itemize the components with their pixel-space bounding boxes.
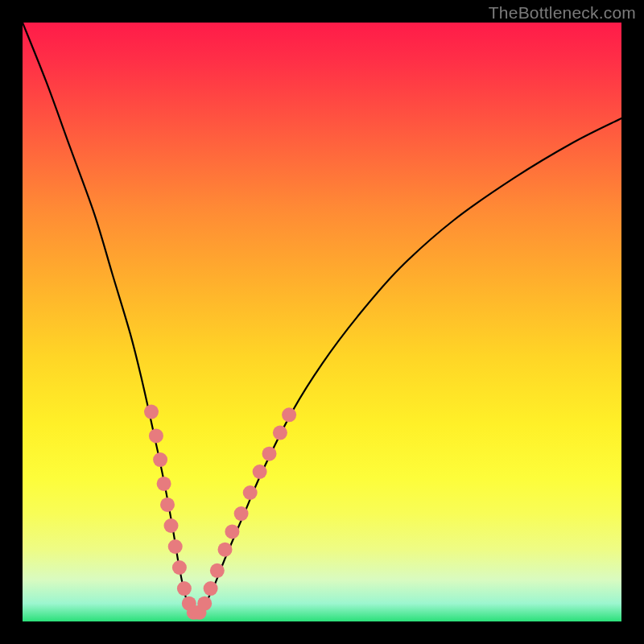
chart-marker [177, 581, 192, 596]
chart-marker [204, 581, 218, 596]
chart-marker [153, 452, 167, 467]
chart-marker [282, 407, 296, 422]
chart-marker [157, 477, 171, 491]
chart-marker [262, 447, 277, 461]
chart-marker [168, 539, 183, 554]
chart-marker [172, 560, 187, 575]
chart-marker [218, 543, 233, 557]
chart-plot-area [23, 23, 621, 621]
chart-marker [210, 564, 225, 578]
chart-marker [243, 485, 258, 500]
bottleneck-curve-path [23, 23, 621, 616]
chart-marker [225, 524, 239, 539]
chart-frame: TheBottleneck.com [0, 0, 644, 644]
chart-svg [23, 23, 621, 621]
chart-markers [144, 405, 296, 620]
chart-marker [149, 428, 163, 443]
chart-marker [144, 405, 159, 419]
watermark-text: TheBottleneck.com [489, 3, 636, 23]
chart-marker [253, 464, 267, 479]
chart-marker [234, 506, 249, 521]
chart-marker [160, 497, 175, 512]
chart-marker [273, 426, 287, 440]
chart-marker [197, 597, 212, 611]
chart-marker [164, 518, 179, 533]
